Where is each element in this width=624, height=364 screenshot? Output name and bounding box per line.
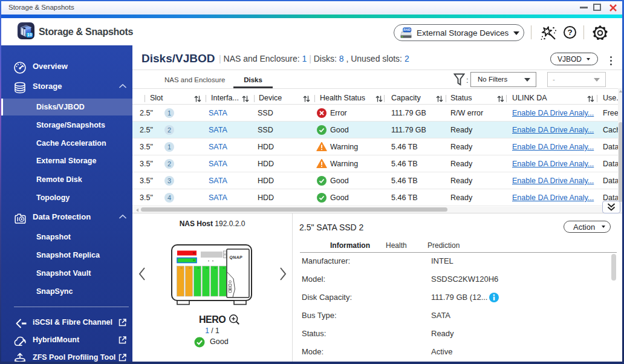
svg-text:QNAP: QNAP xyxy=(229,256,242,261)
svg-text:RAID: RAID xyxy=(403,28,411,31)
svg-text:10: 10 xyxy=(27,33,32,37)
